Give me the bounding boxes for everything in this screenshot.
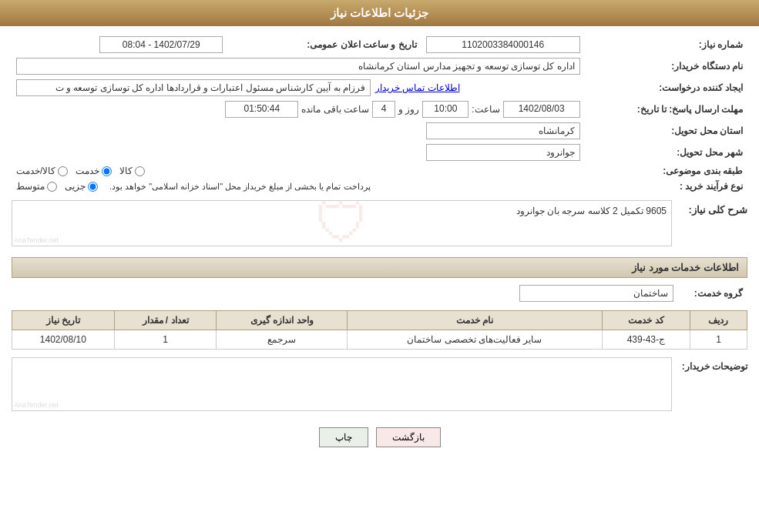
page-title: جزئیات اطلاعات نیاز bbox=[331, 6, 428, 19]
cell-vahed: سرجمع bbox=[217, 330, 348, 350]
page-header: جزئیات اطلاعات نیاز bbox=[0, 0, 759, 26]
group-value: ساختمان bbox=[519, 285, 673, 302]
tabaqe-label: طبقه بندی موضوعی: bbox=[585, 163, 747, 179]
radio-khedmat[interactable]: خدمت bbox=[76, 166, 112, 176]
col-code: کد خدمت bbox=[602, 311, 690, 330]
watermark-text: AnaTender.net bbox=[14, 236, 59, 244]
contact-info-link[interactable]: اطلاعات تماس خریدار bbox=[375, 82, 460, 93]
col-radif: ردیف bbox=[690, 311, 747, 330]
sharh-label: شرح کلی نیاز: bbox=[678, 200, 747, 219]
ijad-konande-label: ایجاد کننده درخواست: bbox=[585, 77, 747, 99]
ostan-value: کرمانشاه bbox=[426, 122, 580, 139]
tashkil-value: 1402/07/29 - 08:04 bbox=[99, 36, 223, 53]
cell-radif: 1 bbox=[690, 330, 747, 350]
rooz-label: روز و bbox=[398, 104, 419, 115]
radio-kala-khedmat[interactable]: کالا/خدمت bbox=[16, 166, 68, 176]
shomara-niaz-value: 1102003384000146 bbox=[426, 36, 580, 53]
back-button[interactable]: بازگشت bbox=[376, 427, 441, 447]
ijad-konande-value: فرزام به آیین کارشناس مسئول اعتبارات و ق… bbox=[16, 79, 371, 96]
radio-jozii[interactable]: جزیی bbox=[65, 181, 98, 192]
table-row: 1ج-43-439سایر فعالیت‌های تخصصی ساختمانسر… bbox=[12, 330, 747, 350]
mohlet-label: مهلت ارسال پاسخ: تا تاریخ: bbox=[585, 99, 747, 120]
button-group: بازگشت چاپ bbox=[12, 427, 747, 447]
tozih-label: توضیحات خریدار: bbox=[678, 357, 747, 372]
cell-code_khedmat: ج-43-439 bbox=[602, 330, 690, 350]
col-tedad: تعداد / مقدار bbox=[114, 311, 217, 330]
rooz-value: 4 bbox=[372, 101, 395, 118]
baqi-mande-value: 01:50:44 bbox=[225, 101, 298, 118]
shahr-value: جوانرود bbox=[426, 144, 580, 161]
col-tarikh: تاریخ نیاز bbox=[12, 311, 115, 330]
noe-farayand-label: نوع فرآیند خرید : bbox=[585, 179, 747, 194]
date-value: 1402/08/03 bbox=[503, 101, 580, 118]
radio-motavasset[interactable]: متوسط bbox=[16, 181, 57, 192]
radio-kala[interactable]: کالا bbox=[119, 166, 145, 176]
col-name: نام خدمت bbox=[348, 311, 603, 330]
nam-dastgah-label: نام دستگاه خریدار: bbox=[585, 55, 747, 77]
saat-value: 10:00 bbox=[422, 101, 468, 118]
cell-tarikh: 1402/08/10 bbox=[12, 330, 115, 350]
cell-tedad: 1 bbox=[114, 330, 217, 350]
print-button[interactable]: چاپ bbox=[319, 427, 368, 447]
cell-name_khedmat: سایر فعالیت‌های تخصصی ساختمان bbox=[348, 330, 603, 350]
services-table: ردیف کد خدمت نام خدمت واحد اندازه گیری ت… bbox=[12, 310, 747, 350]
purchase-note: پرداخت تمام یا بخشی از مبلغ خریداز محل "… bbox=[109, 182, 371, 192]
saat-label: ساعت: bbox=[472, 104, 499, 115]
baqi-mande-label: ساعت باقی مانده bbox=[301, 104, 369, 115]
shahr-label: شهر محل تحویل: bbox=[585, 142, 747, 163]
sharh-value: 9605 تکمیل 2 کلاسه سرجه بان جوانرود bbox=[516, 206, 667, 216]
ostan-label: استان محل تحویل: bbox=[585, 120, 747, 142]
nam-dastgah-value: اداره کل توسازی توسعه و تجهیز مدارس استا… bbox=[16, 58, 580, 75]
services-section-title: اطلاعات خدمات مورد نیاز bbox=[12, 257, 747, 278]
group-label: گروه خدمت: bbox=[678, 283, 747, 304]
watermark-text2: AnaTender.net bbox=[14, 401, 59, 409]
shomara-niaz-label: شماره نیاز: bbox=[585, 34, 747, 55]
col-vahed: واحد اندازه گیری bbox=[217, 311, 348, 330]
tashkil-label: تاریخ و ساعت اعلان عمومی: bbox=[227, 34, 421, 55]
